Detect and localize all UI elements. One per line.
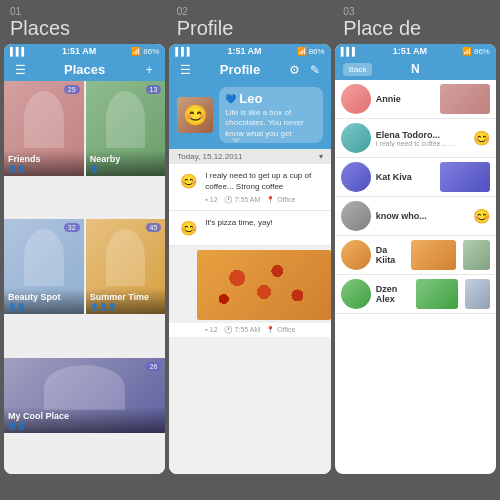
back-bar: Back N <box>335 58 496 80</box>
list-item-kat[interactable]: Kat Kiva <box>335 158 496 197</box>
phone-profile: ▌▌▌ 1:51 AM 📶 86% ☰ Profile ⚙ ✎ 💙 Leo <box>169 44 330 474</box>
place-cell-summer[interactable]: Summer Time 👤👤👤 45 <box>86 219 166 314</box>
places-nav-title: Places <box>28 62 141 77</box>
people-list: Annie Elena Todoro... I realy need tc co… <box>335 80 496 474</box>
section-label-3: 03 Place de <box>333 6 500 40</box>
battery-icons-3: 📶 86% <box>462 47 490 56</box>
section-label-2: 02 Profile <box>167 6 334 40</box>
person-name-dzenAlex: Dzen Alex <box>376 284 412 304</box>
person-icon: 👤👤 <box>8 165 26 173</box>
feed-avatar-2: 😊 <box>177 217 199 239</box>
menu-icon-2[interactable]: ☰ <box>177 63 193 77</box>
person-icon-4: 👤👤👤 <box>90 303 117 311</box>
profile-nav-title: Profile <box>193 62 286 77</box>
thumbnail-dakiita-2 <box>463 240 490 270</box>
feed-date: Today, 15.12.2011 <box>177 152 242 161</box>
profile-quote: Life is like a box of chocolates. You ne… <box>225 108 316 139</box>
place-label-beauty: Beauty Spot <box>8 292 80 302</box>
place-cell-beauty[interactable]: Beauty Spot 👤👤 32 <box>4 219 84 314</box>
profile-header: 💙 Leo Life is like a box of chocolates. … <box>169 81 330 149</box>
person-name-knowwho: know who... <box>376 211 468 221</box>
feed-body-1: I realy need to get up a cup of coffee..… <box>205 170 322 203</box>
person-info-knowwho: know who... <box>376 211 468 221</box>
section-title-2: Profile <box>177 17 234 39</box>
list-item-elena[interactable]: Elena Todoro... I realy need tc coffee..… <box>335 119 496 158</box>
feed-body-2: It's pizza time, yay! <box>205 217 322 239</box>
pin-icon: 📍 <box>266 196 275 204</box>
feed-time-2: 🕐 7:55 AM <box>224 326 261 334</box>
feed-location-1: 📍 Office <box>266 196 295 204</box>
avatar-knowwho <box>341 201 371 231</box>
avatar-annie <box>341 84 371 114</box>
phone-places: ▌▌▌ 1:51 AM 📶 86% ☰ Places + Friends 👤 <box>4 44 165 474</box>
place-label-nearby: Nearby <box>90 154 162 164</box>
chevron-down-icon: ▾ <box>319 152 323 161</box>
avatar-kat <box>341 162 371 192</box>
avatar-dzenAlex <box>341 279 371 309</box>
place-badge-summer: 45 <box>146 223 162 232</box>
places-content: Friends 👤👤 29 Nearby 👤 <box>4 81 165 474</box>
thumbnail-dakiita <box>411 240 456 270</box>
profile-quote-bubble: 💙 Leo Life is like a box of chocolates. … <box>219 87 322 143</box>
time-2: 1:51 AM <box>227 46 261 56</box>
back-button[interactable]: Back <box>343 63 373 76</box>
nav-bar-profile: ☰ Profile ⚙ ✎ <box>169 58 330 81</box>
section-label-1: 01 Places <box>0 6 167 40</box>
person-icon-3: 👤👤 <box>8 303 26 311</box>
avatar-dakiita <box>341 240 371 270</box>
status-bar-1: ▌▌▌ 1:51 AM 📶 86% <box>4 44 165 58</box>
emoji-knowwho: 😊 <box>473 208 490 224</box>
pin-icon-2: 📍 <box>266 326 275 334</box>
person-info-dzenAlex: Dzen Alex <box>376 284 412 304</box>
list-item-dakiita[interactable]: Da Kiita <box>335 236 496 275</box>
status-bar-3: ▌▌▌ 1:51 AM 📶 86% <box>335 44 496 58</box>
section-num-2: 02 <box>177 6 334 17</box>
signal-icon: ▌▌▌ <box>10 47 27 56</box>
person-info-annie: Annie <box>376 94 401 104</box>
place-badge-nearby: 13 <box>146 85 162 94</box>
feed-text-2: It's pizza time, yay! <box>205 217 322 228</box>
edit-icon[interactable]: ✎ <box>307 63 323 77</box>
places-grid: Friends 👤👤 29 Nearby 👤 <box>4 81 165 474</box>
section-title-3: Place de <box>343 17 421 39</box>
nav-bar-places: ☰ Places + <box>4 58 165 81</box>
place-label-cool: My Cool Place <box>8 411 161 421</box>
list-item-annie[interactable]: Annie <box>335 80 496 119</box>
profile-name: Leo <box>239 91 262 106</box>
signal-icon-3: ▌▌▌ <box>341 47 358 56</box>
thumbnail-dzenAlex <box>416 279 458 309</box>
like-icon: ▪ <box>205 196 207 203</box>
section-num-3: 03 <box>343 6 500 17</box>
place-cell-cool[interactable]: My Cool Place 👤👤 26 <box>4 358 165 433</box>
person-name-annie: Annie <box>376 94 401 104</box>
feed-likes-1: ▪ 12 <box>205 196 217 203</box>
person-info-elena: Elena Todoro... I realy need tc coffee..… <box>376 130 468 147</box>
status-bar-2: ▌▌▌ 1:51 AM 📶 86% <box>169 44 330 58</box>
list-item-knowwho[interactable]: know who... 😊 <box>335 197 496 236</box>
avatar-elena <box>341 123 371 153</box>
list-item-dzenAlex[interactable]: Dzen Alex <box>335 275 496 314</box>
pizza-visual <box>197 250 330 320</box>
feed-text-1: I realy need to get up a cup of coffee..… <box>205 170 322 192</box>
profile-nav-actions: ⚙ ✎ <box>287 63 323 77</box>
place-detail-title: N <box>411 62 420 76</box>
profile-content: 💙 Leo Life is like a box of chocolates. … <box>169 81 330 474</box>
menu-icon-1[interactable]: ☰ <box>12 63 28 77</box>
profile-avatar <box>177 97 213 133</box>
feed-pizza-image <box>197 250 330 320</box>
settings-icon[interactable]: ⚙ <box>287 63 303 77</box>
place-cell-nearby[interactable]: Nearby 👤 13 <box>86 81 166 176</box>
person-icon-2: 👤 <box>90 165 99 173</box>
place-cell-friends[interactable]: Friends 👤👤 29 <box>4 81 84 176</box>
time-3: 1:51 AM <box>393 46 427 56</box>
place-badge-friends: 29 <box>64 85 80 94</box>
clock-icon-2: 🕐 <box>224 326 233 334</box>
person-name-elena: Elena Todoro... <box>376 130 468 140</box>
feed-date-header[interactable]: Today, 15.12.2011 ▾ <box>169 149 330 164</box>
battery-icon-3: 86% <box>474 47 490 56</box>
thumbnail-dzenAlex-2 <box>465 279 490 309</box>
add-icon[interactable]: + <box>141 63 157 77</box>
time-1: 1:51 AM <box>62 46 96 56</box>
place-label-friends: Friends <box>8 154 80 164</box>
person-info-dakiita: Da Kiita <box>376 245 406 265</box>
